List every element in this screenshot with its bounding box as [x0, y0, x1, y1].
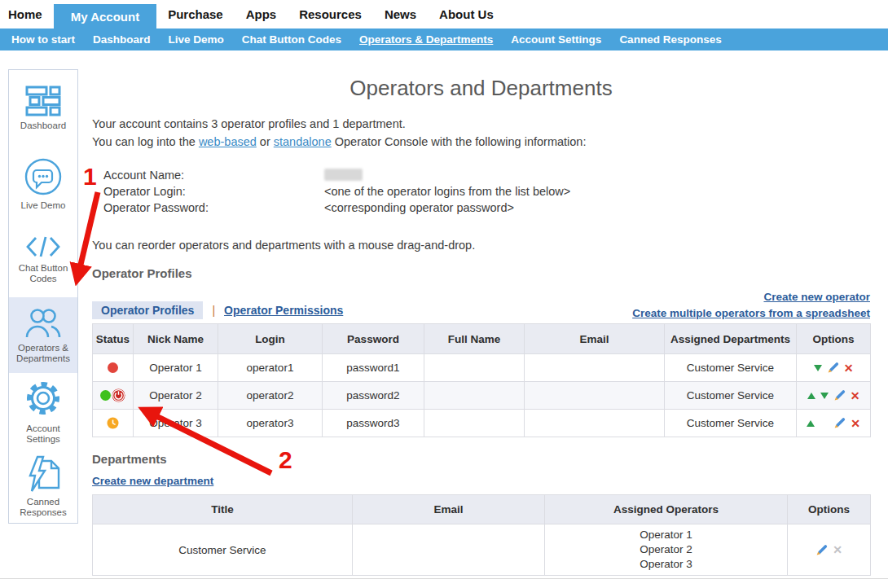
nav-home[interactable]: Home — [0, 7, 54, 21]
intro-line-1: Your account contains 3 operator profile… — [92, 115, 586, 133]
top-navigation: Home My Account Purchase Apps Resources … — [0, 0, 888, 29]
operator-password-label: Operator Password: — [103, 200, 324, 216]
move-up-icon[interactable] — [807, 420, 815, 427]
sidebar-item-label: Operators & Departments — [11, 343, 76, 364]
full-name-cell — [424, 354, 525, 382]
move-down-icon[interactable] — [820, 393, 829, 399]
delete-icon[interactable]: ✕ — [844, 362, 854, 374]
people-icon — [24, 306, 62, 339]
status-away-clock-icon — [107, 417, 119, 429]
col-header-assigned-departments: Assigned Departments — [665, 324, 797, 354]
reorder-note: You can reorder operators and department… — [92, 239, 475, 252]
col-header-email: Email — [353, 495, 545, 524]
sidebar-item-dashboard[interactable]: Dashboard — [9, 70, 77, 146]
nick-name-cell: Operator 2 — [134, 382, 218, 410]
nick-name-cell: Operator 3 — [134, 410, 218, 437]
full-name-cell — [424, 382, 525, 410]
sidebar-item-label: Live Demo — [11, 200, 76, 211]
edit-icon[interactable] — [815, 544, 828, 556]
assigned-operator: Operator 1 — [640, 528, 692, 542]
account-name-label: Account Name: — [103, 167, 324, 183]
nick-name-cell: Operator 1 — [134, 354, 218, 382]
power-button-icon[interactable] — [112, 388, 125, 402]
edit-icon[interactable] — [833, 389, 846, 402]
nav-news[interactable]: News — [373, 7, 428, 21]
login-cell: operator1 — [218, 354, 323, 382]
web-based-link[interactable]: web-based — [199, 135, 257, 148]
nav-apps[interactable]: Apps — [235, 7, 288, 21]
sidebar-item-canned-responses[interactable]: Canned Responses — [9, 449, 77, 524]
tab-operator-profiles[interactable]: Operator Profiles — [92, 301, 203, 319]
subnav-account-settings[interactable]: Account Settings — [502, 33, 610, 46]
console-credentials: Account Name: Operator Login: <one of th… — [103, 167, 570, 216]
status-cell-away — [93, 410, 134, 437]
col-header-options: Options — [797, 324, 871, 354]
operator-login-value: <one of the operator logins from the lis… — [324, 183, 570, 200]
operators-table: Status Nick Name Login Password Full Nam… — [92, 323, 871, 437]
operator-password-value: <corresponding operator password> — [324, 200, 570, 216]
col-header-password: Password — [323, 324, 424, 354]
annotation-step-1: 1 — [83, 163, 97, 191]
move-up-icon[interactable] — [807, 393, 815, 399]
subnav-operators-departments[interactable]: Operators & Departments — [350, 33, 502, 46]
edit-icon[interactable] — [833, 417, 846, 429]
bottom-divider — [0, 578, 888, 579]
nav-my-account[interactable]: My Account — [54, 4, 156, 29]
assigned-departments-cell: Customer Service — [665, 354, 797, 382]
col-header-login: Login — [218, 324, 323, 354]
create-new-department-link[interactable]: Create new department — [92, 475, 213, 487]
annotation-step-2: 2 — [279, 446, 292, 474]
assigned-departments-cell: Customer Service — [665, 410, 797, 437]
col-header-email: Email — [525, 324, 665, 354]
status-cell-online — [93, 382, 134, 410]
department-title-cell: Customer Service — [93, 524, 353, 576]
move-down-icon[interactable] — [814, 365, 822, 371]
intro-line-2: You can log into the web-based or standa… — [92, 133, 586, 151]
subnav-chat-button-codes[interactable]: Chat Button Codes — [233, 33, 350, 46]
sidebar-item-chat-button-codes[interactable]: Chat Button Codes — [9, 222, 77, 297]
subnav-live-demo[interactable]: Live Demo — [160, 33, 233, 46]
tab-separator: | — [212, 304, 215, 317]
col-header-title: Title — [93, 495, 353, 524]
delete-disabled-icon: ✕ — [833, 544, 842, 555]
sidebar-item-label: Account Settings — [11, 423, 76, 445]
password-cell: password2 — [323, 382, 424, 410]
email-cell — [525, 410, 665, 437]
password-cell: password1 — [323, 354, 424, 382]
intro-text: Your account contains 3 operator profile… — [92, 115, 586, 151]
options-cell: ✕ — [797, 354, 871, 382]
nav-purchase[interactable]: Purchase — [156, 7, 235, 21]
sidebar-item-live-demo[interactable]: Live Demo — [9, 146, 77, 222]
sidebar-item-operators-departments[interactable]: Operators & Departments — [9, 297, 77, 373]
create-multiple-operators-link[interactable]: Create multiple operators from a spreads… — [632, 306, 870, 322]
create-new-operator-link[interactable]: Create new operator — [763, 290, 870, 305]
sidebar-item-account-settings[interactable]: Account Settings — [9, 373, 77, 449]
options-cell: ✕ — [797, 410, 871, 437]
code-icon — [24, 235, 62, 259]
account-name-redacted-value — [324, 169, 363, 181]
operator-login-label: Operator Login: — [103, 183, 324, 200]
standalone-link[interactable]: standalone — [274, 135, 332, 148]
full-name-cell — [424, 410, 525, 437]
delete-icon[interactable]: ✕ — [851, 418, 860, 429]
nav-resources[interactable]: Resources — [288, 7, 373, 21]
department-options-cell: ✕ — [788, 524, 871, 576]
live-demo-icon — [24, 157, 63, 196]
login-cell: operator2 — [218, 382, 323, 410]
col-header-assigned-operators: Assigned Operators — [545, 495, 788, 524]
subnav-canned-responses[interactable]: Canned Responses — [610, 33, 730, 46]
subnav-how-to-start[interactable]: How to start — [2, 33, 84, 46]
options-cell: ✕ — [797, 382, 871, 410]
nav-about-us[interactable]: About Us — [428, 7, 505, 21]
delete-icon[interactable]: ✕ — [851, 390, 860, 402]
subnav-dashboard[interactable]: Dashboard — [84, 33, 160, 46]
edit-icon[interactable] — [827, 362, 839, 374]
col-header-options: Options — [788, 495, 871, 524]
tab-operator-permissions[interactable]: Operator Permissions — [224, 304, 343, 317]
operator-profiles-section-title: Operator Profiles — [92, 266, 192, 280]
password-cell: password3 — [323, 410, 424, 437]
col-header-status: Status — [93, 324, 134, 354]
operator-tabs: Operator Profiles | Operator Permissions — [92, 301, 343, 319]
email-cell — [525, 382, 665, 410]
page-title: Operators and Departments — [92, 76, 870, 101]
